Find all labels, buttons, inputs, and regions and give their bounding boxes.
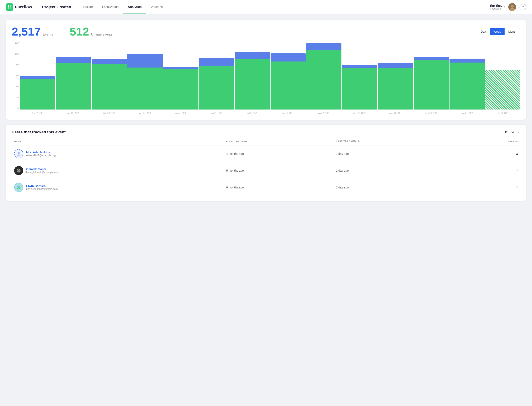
bar-segment-top — [127, 54, 162, 67]
bar-segment-bottom — [20, 79, 55, 109]
user-info: Mrs. Ada Jenkins rebeca2017@example.org — [26, 151, 56, 157]
x-label: Aug 16, 2021 — [342, 112, 377, 114]
week-button[interactable]: Week — [490, 28, 505, 35]
x-label: Aug 30, 2021 — [378, 112, 413, 114]
bar-chart: 0 20 40 60 80 100 120 Apr 12, 2021Apr 26… — [12, 42, 520, 116]
y-label-20: 20 — [12, 96, 20, 99]
bar-segment-bottom — [378, 68, 413, 109]
user-name[interactable]: Gerardo Sauer — [26, 167, 59, 171]
y-label-100: 100 — [12, 53, 20, 55]
x-label: Jun 21, 2021 — [199, 112, 234, 114]
svg-point-18 — [19, 186, 20, 187]
svg-rect-3 — [10, 7, 11, 9]
first-tracked-cell: 4 months ago — [224, 145, 333, 162]
x-label: May 10, 2021 — [91, 112, 127, 114]
x-label: Sep 13, 2021 — [414, 112, 449, 114]
bar-group — [306, 42, 342, 109]
users-card-title: Users that tracked this event — [12, 130, 66, 134]
svg-point-10 — [18, 170, 20, 172]
logo-area: userflow — [6, 3, 32, 11]
stats-row: 2,517 Events 512 Unique events Day Week … — [12, 26, 520, 37]
table-row: Elwin Gottlieb una.oconnell@example.com … — [12, 179, 520, 196]
events-cell: 7 — [456, 162, 520, 179]
chevron-down-icon: ▾ — [503, 5, 505, 8]
bar-group — [163, 42, 198, 109]
col-events: EVENTS — [456, 139, 520, 145]
svg-point-20 — [19, 188, 20, 189]
unique-events-stat: 512 Unique events — [70, 26, 112, 37]
events-cell: 4 — [456, 145, 520, 162]
bar-segment-top — [163, 67, 198, 69]
bar-segment-bottom — [414, 60, 449, 109]
bar-segment-bottom — [342, 68, 377, 109]
tab-analytics[interactable]: Analytics — [123, 0, 146, 14]
svg-point-8 — [17, 154, 20, 156]
x-label: Jul 19, 2021 — [270, 112, 306, 114]
bar-group — [235, 42, 270, 109]
bar-group — [485, 42, 520, 109]
col-user: USER — [12, 139, 224, 145]
y-axis: 0 20 40 60 80 100 120 — [12, 42, 20, 110]
bar-segment-top — [92, 59, 127, 64]
user-name[interactable]: Elwin Gottlieb — [26, 184, 58, 188]
export-button[interactable]: Export — [505, 130, 514, 134]
logo-icon — [6, 3, 13, 11]
users-table: USER FIRST TRACKED LAST TRACKED ⇅ EVENTS… — [12, 139, 520, 196]
col-last-tracked: LAST TRACKED ⇅ — [333, 139, 455, 145]
avatar[interactable] — [508, 3, 516, 11]
table-header-row: USER FIRST TRACKED LAST TRACKED ⇅ EVENTS — [12, 139, 520, 145]
day-button[interactable]: Day — [477, 28, 490, 35]
user-email: una.oconnell@example.com — [26, 188, 58, 190]
bar-segment-top — [199, 58, 234, 66]
help-button[interactable]: ? — [519, 4, 526, 10]
avatar — [14, 149, 23, 158]
bar-segment-bottom — [199, 66, 234, 109]
more-options-button[interactable]: ⋮ — [516, 130, 520, 135]
events-count: 2,517 — [12, 26, 41, 37]
chart-bars — [20, 42, 520, 110]
bar-segment-top — [306, 43, 342, 50]
x-labels: Apr 12, 2021Apr 26, 2021May 10, 2021May … — [20, 110, 520, 116]
unique-count: 512 — [70, 26, 89, 37]
month-button[interactable]: Month — [505, 28, 520, 35]
user-email: larue_lebsack@example.com — [26, 171, 59, 174]
back-button[interactable]: ← — [36, 5, 40, 9]
avatar — [14, 183, 23, 192]
svg-point-7 — [18, 152, 20, 154]
y-label-80: 80 — [12, 63, 20, 66]
bar-segment-bottom — [163, 69, 198, 109]
user-name[interactable]: Mrs. Ada Jenkins — [26, 151, 56, 154]
main-content: 2,517 Events 512 Unique events Day Week … — [0, 14, 532, 207]
users-table-card: Users that tracked this event Export ⋮ U… — [6, 125, 526, 201]
table-row: Gerardo Sauer larue_lebsack@example.com … — [12, 162, 520, 179]
bar-group — [20, 42, 55, 109]
user-email: rebeca2017@example.org — [26, 154, 56, 157]
tab-localization[interactable]: Localization — [97, 0, 123, 14]
logo-text: userflow — [15, 5, 32, 9]
users-table-body: Mrs. Ada Jenkins rebeca2017@example.org … — [12, 145, 520, 196]
bar-segment-bottom — [485, 70, 520, 109]
bar-segment-top — [414, 57, 449, 60]
bar-group — [342, 42, 377, 109]
nav-tabs: Builder Localization Analytics Versions — [79, 0, 490, 14]
bar-segment-bottom — [450, 63, 485, 109]
y-label-60: 60 — [12, 74, 20, 77]
svg-point-11 — [17, 169, 18, 170]
x-label: Apr 26, 2021 — [56, 112, 91, 114]
col-first-tracked: FIRST TRACKED — [224, 139, 333, 145]
tab-builder[interactable]: Builder — [79, 0, 98, 14]
account-name: TinyTime — [490, 4, 502, 7]
last-tracked-cell: 1 day ago — [333, 162, 455, 179]
account-switcher[interactable]: TinyTime Production ▾ — [490, 4, 505, 10]
bar-segment-top — [450, 58, 485, 63]
svg-point-14 — [19, 171, 20, 172]
tab-versions[interactable]: Versions — [146, 0, 167, 14]
y-label-120: 120 — [12, 42, 20, 44]
last-tracked-cell: 1 day ago — [333, 179, 455, 196]
sort-icon[interactable]: ⇅ — [358, 140, 360, 143]
bar-segment-top — [235, 52, 270, 59]
events-cell: 7 — [456, 179, 520, 196]
user-info: Elwin Gottlieb una.oconnell@example.com — [26, 184, 58, 190]
bar-segment-top — [270, 53, 306, 61]
bar-group — [127, 42, 162, 109]
